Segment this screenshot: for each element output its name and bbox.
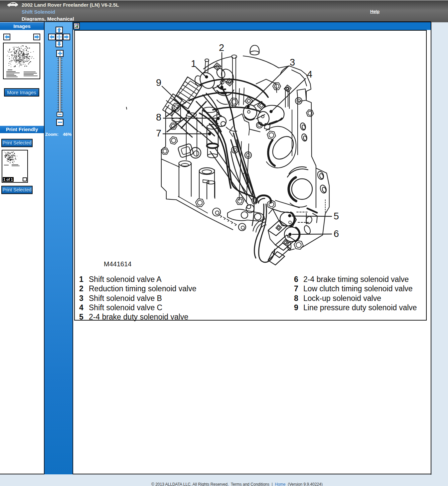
svg-text:1: 1: [191, 58, 196, 69]
svg-text:5: 5: [334, 211, 339, 221]
svg-text:4: 4: [307, 69, 312, 80]
svg-text:9: 9: [156, 77, 161, 88]
svg-text:8: 8: [156, 112, 161, 122]
svg-text:2: 2: [219, 42, 224, 53]
svg-text:7: 7: [156, 128, 161, 138]
svg-text:3: 3: [290, 57, 295, 68]
svg-text:6: 6: [334, 228, 339, 239]
